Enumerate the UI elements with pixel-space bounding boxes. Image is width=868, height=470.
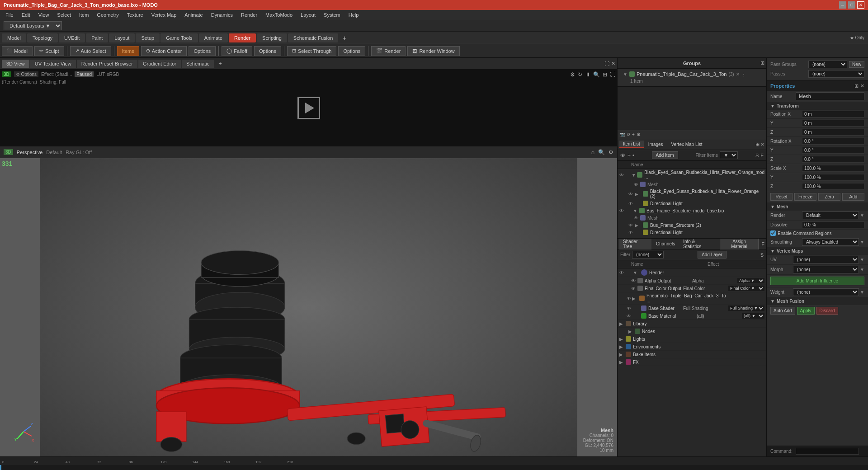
eye-toggle-4[interactable]: 👁	[628, 201, 635, 206]
position-z-input[interactable]	[802, 129, 864, 136]
add-morph-influence-button[interactable]: Add Morph Influence	[770, 277, 864, 285]
select-through-button[interactable]: ⊞ Select Through	[287, 46, 336, 56]
viewport-options-button[interactable]: ✕	[611, 61, 615, 66]
rotation-x-input[interactable]	[802, 138, 864, 145]
reset-button[interactable]: Reset	[770, 193, 793, 201]
render-window-button[interactable]: 🖼 Render Window	[407, 46, 459, 56]
tab-game-tools[interactable]: Game Tools	[160, 33, 198, 42]
pass-groups-new-button[interactable]: New	[849, 61, 864, 68]
items-button[interactable]: Items	[117, 46, 139, 56]
menu-render[interactable]: Render	[237, 11, 261, 19]
render-dropdown[interactable]: Default	[802, 212, 859, 219]
tab-uv-texture-view[interactable]: UV Texture View	[30, 60, 76, 68]
dot-icon[interactable]: •	[632, 153, 634, 158]
transform-section-header[interactable]: ▼ Transform	[767, 102, 868, 110]
lights-expand[interactable]: ▶	[619, 337, 626, 342]
expand-arrow-1[interactable]: ▼	[632, 173, 637, 178]
tab-schematic[interactable]: Schematic	[182, 60, 214, 68]
list-item[interactable]: 👁 Directional Light	[618, 200, 766, 207]
scale-z-input[interactable]	[802, 183, 864, 190]
tab-vertex-map-list[interactable]: Vertex Map List	[668, 141, 706, 148]
nodes-expand[interactable]: ▶	[628, 329, 635, 334]
menu-dynamics[interactable]: Dynamics	[208, 11, 236, 19]
eye-icon[interactable]: 👁	[620, 152, 626, 159]
tab-shader-tree[interactable]: Shader Tree	[619, 239, 651, 250]
tab-item-list[interactable]: Item List	[619, 141, 644, 148]
menu-texture[interactable]: Texture	[123, 11, 147, 19]
item-list-icon-2[interactable]: F	[760, 153, 764, 158]
render-eye-icon[interactable]: 👁	[619, 270, 626, 275]
viewport-expand-button[interactable]: ⛶	[604, 61, 609, 66]
smoothing-dropdown[interactable]: Always Enabled	[802, 238, 859, 246]
render-button[interactable]: 🎬 Render	[371, 46, 406, 56]
viewport-home-icon[interactable]: ⌂	[591, 149, 594, 155]
shader-row-nodes[interactable]: ▶ Nodes	[618, 328, 766, 335]
add-transform-button[interactable]: Add	[842, 193, 864, 201]
groups-camera-icon[interactable]: 📷	[619, 132, 625, 137]
menu-layout[interactable]: Layout	[297, 11, 319, 19]
groups-expand-button[interactable]: ⊞	[760, 60, 764, 66]
groups-refresh-icon[interactable]: ↺	[627, 132, 630, 137]
enable-cmd-checkbox[interactable]	[770, 230, 776, 236]
groups-settings-icon[interactable]: ⚙	[637, 132, 641, 137]
vertex-maps-section-header[interactable]: ▼ Vertex Maps	[767, 247, 868, 255]
uv-arrow[interactable]: ▼	[860, 257, 864, 262]
menu-file[interactable]: File	[2, 11, 17, 19]
sculpt-mode-button[interactable]: ✏ Sculpt	[34, 46, 64, 56]
weight-arrow[interactable]: ▼	[860, 290, 864, 295]
rotation-z-input[interactable]	[802, 156, 864, 163]
pn-eye-icon[interactable]: 👁	[627, 296, 632, 301]
tab-render[interactable]: Render	[229, 33, 256, 42]
freeze-button[interactable]: Freeze	[794, 193, 816, 201]
menu-help[interactable]: Help	[345, 11, 363, 19]
render-zoom-icon[interactable]: 🔍	[593, 71, 600, 78]
action-center-button[interactable]: ⊕ Action Center	[141, 46, 187, 56]
menu-maxtomodo[interactable]: MaxToModo	[262, 11, 296, 19]
add-icon[interactable]: +	[627, 152, 631, 159]
tab-info-statistics[interactable]: Info & Statistics	[679, 239, 718, 250]
viewport-zoom-icon[interactable]: 🔍	[598, 149, 605, 155]
fx-expand[interactable]: ▶	[619, 360, 626, 365]
list-item[interactable]: 👁 ▶ Black_Eyed_Susan_Rudbeckia_Hirta_Flo…	[618, 188, 766, 200]
shader-row-bake-items[interactable]: ▶ Bake Items	[618, 351, 766, 358]
list-item[interactable]: 👁 ▼ Black_Eyed_Susan_Rudbeckia_Hirta_Flo…	[618, 169, 766, 181]
env-expand[interactable]: ▶	[619, 344, 626, 349]
shader-panel-expand-icon[interactable]: F	[761, 241, 764, 247]
shader-row-final-color[interactable]: 👁 Final Color Output Final Color Final C…	[618, 285, 766, 292]
menu-view[interactable]: View	[35, 11, 53, 19]
menu-vertex-map[interactable]: Vertex Map	[148, 11, 180, 19]
pass-groups-dropdown[interactable]: (none)	[808, 61, 847, 68]
menu-geometry[interactable]: Geometry	[93, 11, 122, 19]
item-list-close-icon[interactable]: ✕	[760, 141, 764, 147]
list-item[interactable]: 👁 ▼ Bus_Frame_Structure_modo_base.lxo	[618, 207, 766, 214]
eye-toggle-8[interactable]: 👁	[628, 230, 635, 235]
assign-material-button[interactable]: Assign Material	[720, 239, 759, 250]
position-x-input[interactable]	[802, 111, 864, 118]
zero-button[interactable]: Zero	[818, 193, 840, 201]
weight-dropdown[interactable]: (none)	[793, 288, 859, 296]
shader-row-render[interactable]: 👁 ▼ Render	[618, 268, 766, 277]
minimize-button[interactable]: ─	[839, 1, 846, 9]
bs-eye-icon[interactable]: 👁	[627, 306, 633, 311]
auto-add-button[interactable]: Auto Add	[770, 307, 795, 315]
shader-row-alpha[interactable]: 👁 Alpha Output Alpha Alpha ▼	[618, 277, 766, 285]
passes-dropdown[interactable]: (none)	[808, 70, 864, 78]
add-viewport-tab-button[interactable]: +	[215, 59, 226, 68]
timeline-track[interactable]	[0, 465, 868, 470]
tab-scripting[interactable]: Scripting	[257, 33, 287, 42]
tab-topology[interactable]: Topology	[27, 33, 58, 42]
eye-toggle-1[interactable]: 👁	[619, 173, 625, 178]
scale-y-input[interactable]	[802, 174, 864, 181]
alpha-eye-icon[interactable]: 👁	[631, 278, 637, 283]
group-item[interactable]: ▼ Pneumatic_Triple_Bag_Car_Jack_3_Ton (3…	[621, 70, 763, 78]
lib-expand[interactable]: ▶	[619, 321, 626, 326]
tab-uvedit[interactable]: UVEdit	[59, 33, 85, 42]
shader-icon-1[interactable]: S	[760, 252, 764, 258]
add-tab-button[interactable]: +	[339, 33, 350, 43]
tab-schematic-fusion[interactable]: Schematic Fusion	[288, 33, 338, 42]
menu-system[interactable]: System	[320, 11, 344, 19]
smoothing-arrow[interactable]: ▼	[860, 240, 864, 244]
shader-row-fx[interactable]: ▶ FX	[618, 358, 766, 366]
shader-row-lights[interactable]: ▶ Lights	[618, 335, 766, 343]
eye-toggle-7[interactable]: 👁	[628, 223, 635, 228]
